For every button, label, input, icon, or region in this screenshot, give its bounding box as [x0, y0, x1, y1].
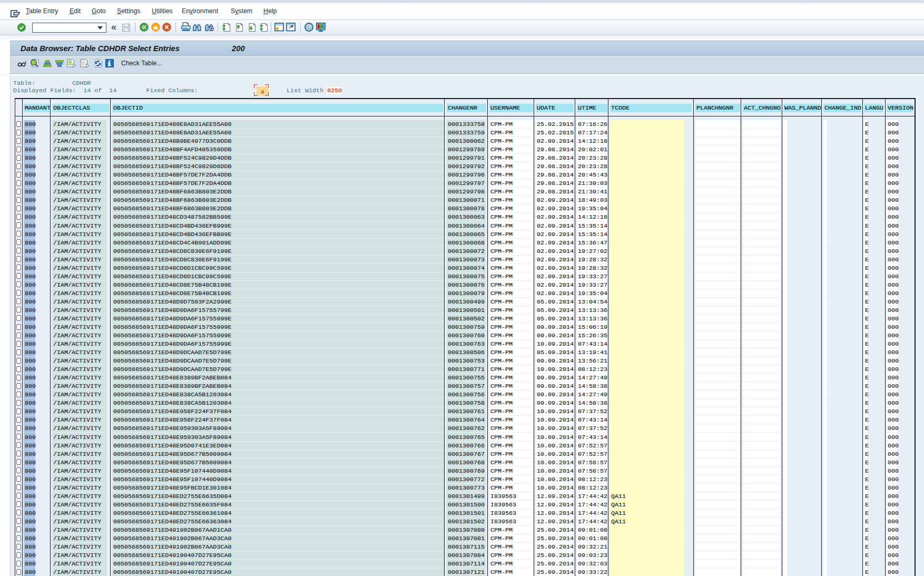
svg-text:?: ? — [307, 23, 311, 31]
